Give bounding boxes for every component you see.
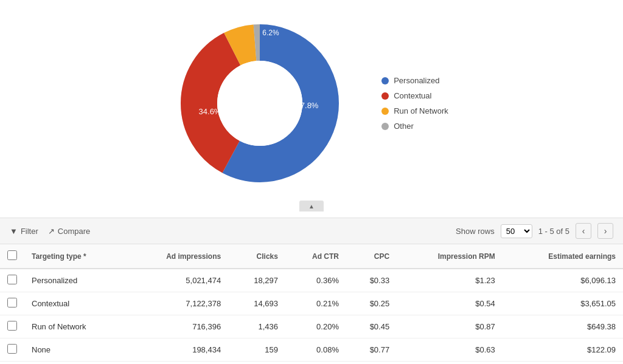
svg-text:57.8%: 57.8% [296,101,319,110]
col-header-cpc: CPC [346,244,397,269]
row-checkbox-3[interactable] [7,344,17,354]
cell-impression-rpm: $0.63 [397,338,503,362]
cell-targeting-type: Run of Network [24,315,126,338]
cell-ad-ctr: 0.20% [285,315,346,338]
cell-clicks: 176 [228,362,285,365]
show-rows-label: Show rows [456,227,495,236]
row-checkbox-0[interactable] [7,275,17,284]
cell-cpc: $0.45 [346,315,397,338]
toolbar-left: ▼ Filter ↗ Compare [10,227,90,236]
chart-legend: Personalized Contextual Run of Network O… [381,76,448,131]
cell-cpc: $0.20 [346,362,397,365]
legend-label-ron: Run of Network [394,106,448,115]
legend-item-other: Other [381,122,448,131]
col-header-impression-rpm: Impression RPM [397,244,503,269]
row-checkbox-cell [0,315,24,338]
compare-label: Compare [58,227,90,236]
pagination-prev-button[interactable]: ‹ [576,223,591,239]
table-toolbar: ▼ Filter ↗ Compare Show rows 50 10 25 10… [0,218,623,244]
cell-ad-impressions: 198,434 [126,338,228,362]
legend-dot-personalized [381,77,389,84]
table-row: Personalized 5,021,474 18,297 0.36% $0.3… [0,269,623,292]
header-checkbox-cell [0,244,24,269]
cell-impression-rpm: $0.11 [397,362,503,365]
filter-label: Filter [21,227,38,236]
filter-button[interactable]: ▼ Filter [10,227,38,236]
cell-ad-ctr: 0.21% [285,292,346,315]
legend-label-personalized: Personalized [394,76,439,85]
table-area: ▼ Filter ↗ Compare Show rows 50 10 25 10… [0,218,623,364]
cell-impression-rpm: $1.23 [397,269,503,292]
cell-targeting-type: None [24,338,126,362]
cell-ad-impressions: 114,586 [126,362,228,365]
cell-ad-ctr: 0.08% [285,338,346,362]
cell-clicks: 14,693 [228,292,285,315]
table-row: Contextual 7,122,378 14,693 0.21% $0.25 … [0,292,623,315]
cell-targeting-type: Contextual [24,292,126,315]
cell-targeting-type: Placement [24,362,126,365]
table-row: None 198,434 159 0.08% $0.77 $0.63 $122.… [0,338,623,362]
col-header-targeting-type: Targeting type * [24,244,126,269]
row-checkbox-cell [0,362,24,365]
col-header-ad-impressions: Ad impressions [126,244,228,269]
svg-point-5 [217,61,302,146]
col-header-estimated-earnings: Estimated earnings [503,244,623,269]
page-wrapper: 57.8% 34.6% 6.2% Personalized Contextual… [0,0,623,364]
cell-ad-impressions: 5,021,474 [126,269,228,292]
donut-chart: 57.8% 34.6% 6.2% [175,18,345,188]
col-header-clicks: Clicks [228,244,285,269]
cell-targeting-type: Personalized [24,269,126,292]
col-header-ad-ctr: Ad CTR [285,244,346,269]
table-row: Placement 114,586 176 0.15% $0.20 $0.11 … [0,362,623,365]
pagination-next-button[interactable]: › [597,223,613,239]
toolbar-right: Show rows 50 10 25 100 1 - 5 of 5 ‹ › [456,223,613,239]
svg-text:6.2%: 6.2% [263,29,280,37]
cell-cpc: $0.77 [346,338,397,362]
cell-estimated-earnings: $649.38 [503,315,623,338]
compare-icon: ↗ [48,227,55,236]
svg-text:34.6%: 34.6% [199,107,221,116]
cell-estimated-earnings: $122.09 [503,338,623,362]
cell-estimated-earnings: $3,651.05 [503,292,623,315]
data-table: Targeting type * Ad impressions Clicks A… [0,244,623,364]
row-checkbox-cell [0,269,24,292]
table-header-row: Targeting type * Ad impressions Clicks A… [0,244,623,269]
chart-area: 57.8% 34.6% 6.2% Personalized Contextual… [0,0,623,194]
cell-ad-ctr: 0.36% [285,269,346,292]
legend-dot-ron [381,108,389,115]
cell-clicks: 159 [228,338,285,362]
cell-ad-impressions: 716,396 [126,315,228,338]
row-checkbox-cell [0,292,24,315]
cell-clicks: 18,297 [228,269,285,292]
compare-button[interactable]: ↗ Compare [48,227,90,236]
legend-dot-contextual [381,92,389,100]
rows-select[interactable]: 50 10 25 100 [501,224,532,238]
select-all-checkbox[interactable] [7,250,17,260]
legend-dot-other [381,123,389,130]
legend-item-personalized: Personalized [381,76,448,85]
cell-cpc: $0.25 [346,292,397,315]
cell-cpc: $0.33 [346,269,397,292]
pagination-label: 1 - 5 of 5 [538,227,569,236]
cell-ad-ctr: 0.15% [285,362,346,365]
cell-impression-rpm: $0.87 [397,315,503,338]
filter-icon: ▼ [10,227,18,236]
legend-label-contextual: Contextual [394,91,431,100]
cell-impression-rpm: $0.54 [397,292,503,315]
legend-label-other: Other [394,122,414,131]
legend-item-contextual: Contextual [381,91,448,100]
cell-estimated-earnings: $34.72 [503,362,623,365]
collapse-button[interactable]: ▲ [299,201,324,211]
cell-ad-impressions: 7,122,378 [126,292,228,315]
row-checkbox-1[interactable] [7,298,17,307]
cell-clicks: 1,436 [228,315,285,338]
row-checkbox-2[interactable] [7,321,17,331]
cell-estimated-earnings: $6,096.13 [503,269,623,292]
row-checkbox-cell [0,338,24,362]
divider-bar: ▲ [0,201,623,211]
table-row: Run of Network 716,396 1,436 0.20% $0.45… [0,315,623,338]
legend-item-ron: Run of Network [381,106,448,115]
